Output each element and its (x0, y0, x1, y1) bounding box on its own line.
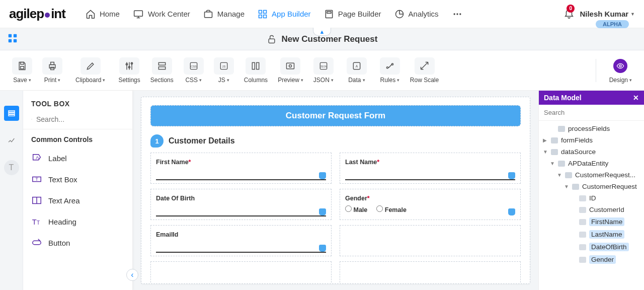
apps-grid-button[interactable] (7, 33, 18, 46)
nav-work-center[interactable]: Work Center (133, 9, 190, 19)
global-header: agilepint Home Work Center Manage App Bu… (0, 0, 644, 28)
field-gender[interactable]: Gender* Male Female (340, 189, 521, 220)
svg-point-39 (386, 66, 388, 68)
binding-chip-icon (508, 208, 515, 215)
svg-text:JSON: JSON (320, 64, 327, 67)
svg-rect-33 (287, 63, 294, 69)
sliders-icon (124, 61, 134, 71)
json-icon: JSON (318, 61, 329, 71)
clipboard-button[interactable]: Clipboard▾ (72, 57, 108, 84)
tree-node-processfields[interactable]: processFields (539, 123, 644, 134)
nav-more[interactable] (452, 9, 463, 19)
settings-button[interactable]: Settings (115, 57, 143, 84)
rail-text[interactable]: T (4, 160, 19, 175)
field-email[interactable]: EmailId (150, 225, 332, 256)
json-button[interactable]: JSONJSON▾ (310, 57, 337, 84)
user-area: 0 Nilesh Kumar ▼ (564, 8, 635, 21)
top-nav: Home Work Center Manage App Builder Page… (86, 9, 564, 19)
collapse-header-toggle[interactable]: ▲ (313, 28, 331, 36)
data-model-tree: processFields ▶formFields ▼dataSource ▼A… (539, 121, 644, 290)
close-panel-button[interactable]: ✕ (633, 94, 639, 102)
columns-button[interactable]: Columns (241, 57, 271, 84)
nav-analytics[interactable]: Analytics (394, 9, 439, 19)
js-icon: JS (219, 61, 229, 71)
tree-leaf-firstname[interactable]: FirstName (539, 215, 644, 228)
chart-icon (8, 136, 16, 144)
binding-chip-icon (319, 172, 326, 179)
home-icon (86, 9, 96, 19)
svg-rect-43 (9, 113, 15, 114)
user-menu[interactable]: Nilesh Kumar ▼ (580, 10, 635, 18)
css-button[interactable]: CSSCSS▾ (181, 57, 207, 84)
more-icon (452, 9, 463, 19)
svg-text:T: T (35, 177, 38, 182)
binding-chip-icon (319, 245, 326, 252)
nav-page-builder[interactable]: Page Builder (324, 9, 381, 19)
tree-leaf-lastname[interactable]: LastName (539, 228, 644, 241)
app-grid-icon (258, 9, 268, 19)
print-button[interactable]: Print▾ (39, 57, 65, 84)
sections-icon (157, 61, 167, 71)
svg-rect-4 (259, 15, 262, 18)
field-last-name[interactable]: Last Name* (340, 153, 521, 184)
svg-rect-7 (327, 12, 331, 13)
control-label[interactable]: ALabel (23, 148, 132, 169)
tree-node-customerrequest-root[interactable]: ▼CustomerRequest... (539, 169, 644, 181)
control-button[interactable]: Button (23, 232, 132, 253)
rules-button[interactable]: Rules▾ (377, 57, 403, 84)
columns-icon (251, 61, 261, 71)
tree-node-apdataentity[interactable]: ▼APDataEntity (539, 158, 644, 169)
data-button[interactable]: AData▾ (344, 57, 370, 84)
pencil-icon (86, 61, 96, 71)
js-button[interactable]: JSJS▾ (211, 57, 237, 84)
nav-app-builder[interactable]: App Builder (258, 9, 311, 19)
design-mode-button[interactable]: Design▾ (606, 57, 635, 84)
toolbox-search-input[interactable] (36, 115, 124, 123)
rail-form-controls[interactable] (4, 106, 19, 121)
svg-rect-21 (51, 67, 54, 69)
form-canvas[interactable]: Customer Request Form 1 Customer Details… (141, 97, 530, 284)
svg-rect-52 (33, 241, 41, 244)
control-textarea[interactable]: Text Area (23, 190, 132, 211)
empty-drop-zone[interactable] (340, 225, 521, 256)
search-icon (31, 115, 32, 124)
toolbox-title: TOOL BOX (23, 91, 132, 113)
toolbox-collapse-button[interactable]: ‹ (126, 269, 138, 281)
tree-node-formfields[interactable]: ▶formFields (539, 134, 644, 146)
tree-node-datasource[interactable]: ▼dataSource (539, 146, 644, 158)
save-button[interactable]: Save▾ (9, 57, 35, 84)
data-model-panel: Data Model ✕ processFields ▶formFields ▼… (538, 91, 644, 290)
sections-button[interactable]: Sections (147, 57, 177, 84)
tree-node-customerrequest[interactable]: ▼CustomerRequest (539, 181, 644, 192)
tree-leaf-gender[interactable]: Gender (539, 253, 644, 266)
data-model-search-input[interactable] (539, 105, 644, 121)
nav-home[interactable]: Home (86, 9, 120, 19)
svg-rect-14 (9, 39, 12, 42)
tree-leaf-id[interactable]: ID (539, 192, 644, 204)
svg-rect-1 (204, 12, 212, 17)
svg-point-45 (31, 119, 32, 119)
rail-analytics[interactable] (4, 133, 19, 148)
empty-drop-zone[interactable] (340, 261, 521, 284)
radio-male[interactable]: Male (345, 205, 367, 213)
svg-rect-13 (14, 34, 17, 37)
field-dob[interactable]: Date Of Birth (150, 189, 332, 220)
save-icon (17, 61, 27, 71)
svg-rect-42 (9, 111, 15, 112)
pie-icon (394, 9, 405, 19)
svg-point-34 (289, 64, 292, 67)
radio-female[interactable]: Female (376, 205, 407, 213)
tree-leaf-dob[interactable]: DateOfBirth (539, 241, 644, 253)
row-scale-button[interactable]: Row Scale (407, 57, 442, 84)
control-textbox[interactable]: TText Box (23, 169, 132, 190)
control-heading[interactable]: TTHeading (23, 211, 132, 232)
preview-button[interactable]: Preview▾ (275, 57, 306, 84)
svg-text:A: A (36, 155, 39, 160)
field-first-name[interactable]: First Name* (150, 153, 332, 184)
form-title-banner[interactable]: Customer Request Form (150, 105, 521, 126)
nav-manage[interactable]: Manage (203, 9, 245, 19)
notifications-button[interactable]: 0 (564, 8, 575, 21)
empty-drop-zone[interactable] (150, 261, 332, 284)
svg-text:A: A (356, 64, 358, 67)
tree-leaf-customerid[interactable]: CustomerId (539, 204, 644, 215)
